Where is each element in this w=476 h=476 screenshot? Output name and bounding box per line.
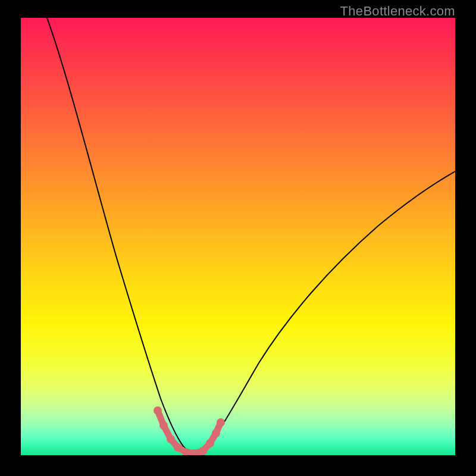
- marker-dot: [217, 418, 225, 427]
- marker-dot: [212, 429, 220, 437]
- marker-dot: [154, 406, 162, 415]
- highlight-markers: [154, 406, 225, 455]
- chart-container: TheBottleneck.com: [0, 0, 476, 476]
- marker-dot: [167, 435, 175, 443]
- left-curve: [47, 18, 195, 454]
- marker-dot: [159, 421, 168, 430]
- watermark-text: TheBottleneck.com: [340, 4, 455, 19]
- marker-dot: [174, 443, 182, 452]
- chart-svg: [21, 18, 455, 455]
- right-curve: [195, 171, 455, 454]
- marker-dot: [199, 447, 207, 455]
- marker-dot: [206, 439, 214, 447]
